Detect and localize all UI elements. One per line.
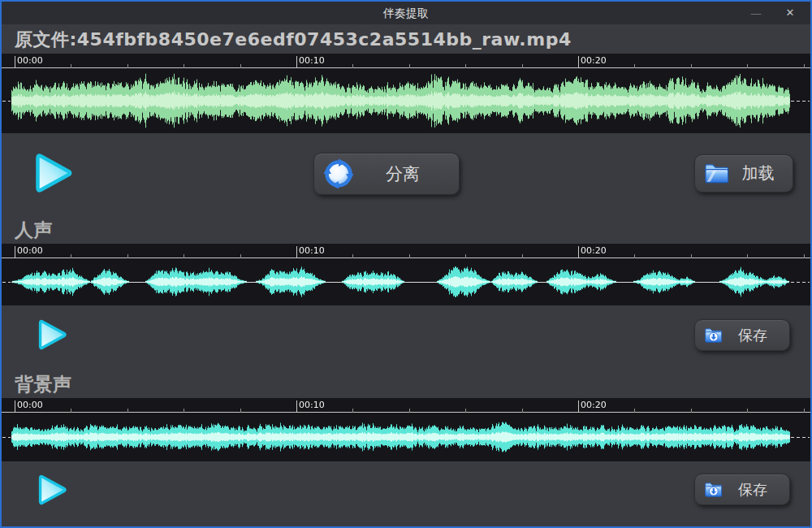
play-background-button[interactable] [32,471,70,509]
vocals-wave-panel [2,244,810,305]
vocals-waveform[interactable] [2,258,810,305]
save-button-label: 保存 [724,480,781,500]
app-window: 伴奏提取 — ✕ 原文件:454fbfb8450e7e6edf07453c2a5… [0,0,812,528]
original-timeline-ruler [2,54,810,68]
background-waveform[interactable] [2,413,810,461]
separate-button-label: 分离 [355,162,451,185]
save-button-label: 保存 [724,326,781,345]
background-wave-panel [2,398,810,461]
separate-button[interactable]: 分离 [313,153,460,195]
original-file-heading: 原文件:454fbfb8450e7e6edf07453c2a5514bb_raw… [15,28,572,52]
play-icon [28,149,76,197]
window-title: 伴奏提取 [2,6,810,21]
play-icon [32,471,70,509]
background-heading: 背景声 [15,372,72,397]
sync-icon [322,158,355,190]
folder-icon [703,161,732,186]
load-button[interactable]: 加载 [694,154,793,193]
play-icon [32,316,70,353]
background-timeline-ruler [2,398,810,413]
minimize-button[interactable]: — [744,2,768,24]
save-folder-icon [703,480,724,500]
original-waveform[interactable] [2,68,810,133]
play-vocals-button[interactable] [32,316,70,353]
save-folder-icon [703,326,724,345]
vocals-heading: 人声 [15,218,53,243]
titlebar: 伴奏提取 — ✕ [2,2,810,24]
save-vocals-button[interactable]: 保存 [694,319,790,351]
play-original-button[interactable] [28,149,76,197]
original-wave-panel [2,54,810,133]
load-button-label: 加载 [732,162,784,184]
close-icon[interactable]: ✕ [778,2,802,24]
vocals-timeline-ruler [2,244,810,258]
save-background-button[interactable]: 保存 [694,474,790,505]
